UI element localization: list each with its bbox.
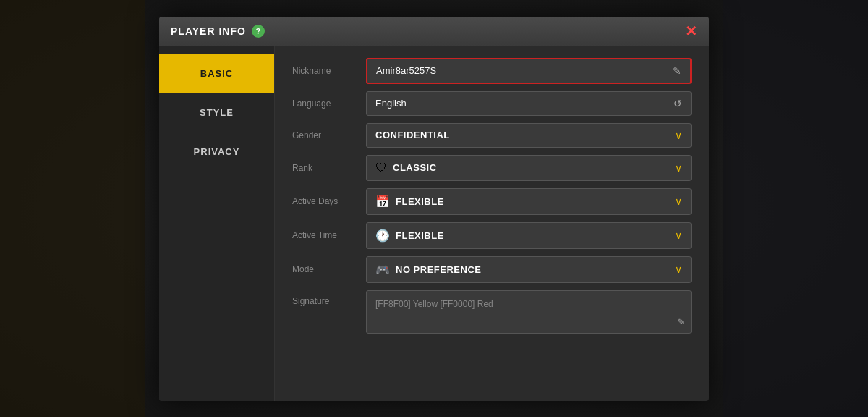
signature-edit-icon[interactable]: ✎ [677,316,685,327]
nickname-field[interactable]: Amir8ar5257S ✎ [366,58,692,84]
gender-label: Gender [292,130,357,140]
active-time-row: Active Time 🕐 FLEXIBLE ∨ [292,222,692,249]
modal-title: PLAYER INFO [171,25,246,37]
mode-label: Mode [292,264,357,274]
signature-control: [FF8F00] Yellow [FF0000] Red ✎ [366,290,692,334]
rank-row: Rank 🛡 CLASSIC ∨ [292,155,692,181]
active-days-chevron-icon: ∨ [675,195,682,207]
mode-value: NO PREFERENCE [396,264,481,275]
modal-header: PLAYER INFO ? ✕ [159,17,709,46]
active-days-icon: 📅 [375,195,390,208]
close-button[interactable]: ✕ [685,24,697,38]
rank-label: Rank [292,163,357,173]
content-area: Nickname Amir8ar5257S ✎ Language English… [275,46,709,401]
refresh-icon[interactable]: ↺ [673,98,682,109]
mode-dropdown-content: 🎮 NO PREFERENCE [375,263,481,277]
signature-value: [FF8F00] Yellow [FF0000] Red [375,299,493,309]
mode-row: Mode 🎮 NO PREFERENCE ∨ [292,256,692,283]
player-info-modal: PLAYER INFO ? ✕ BASIC STYLE PRIVACY Nick… [159,17,709,401]
bg-blur-left [0,0,145,417]
modal-body: BASIC STYLE PRIVACY Nickname Amir8ar5257… [159,46,709,401]
active-time-dropdown-content: 🕐 FLEXIBLE [375,229,444,243]
rank-control: 🛡 CLASSIC ∨ [366,155,692,181]
sidebar: BASIC STYLE PRIVACY [159,46,275,401]
active-days-control: 📅 FLEXIBLE ∨ [366,188,692,215]
mode-icon: 🎮 [375,263,390,277]
active-time-control: 🕐 FLEXIBLE ∨ [366,222,692,249]
mode-control: 🎮 NO PREFERENCE ∨ [366,256,692,283]
modal-title-area: PLAYER INFO ? [171,25,265,38]
gender-row: Gender CONFIDENTIAL ∨ [292,123,692,148]
gender-dropdown-content: CONFIDENTIAL [375,130,450,140]
gender-chevron-icon: ∨ [675,130,682,141]
signature-label: Signature [292,290,357,306]
nickname-edit-icon[interactable]: ✎ [673,65,681,77]
rank-chevron-icon: ∨ [675,162,682,174]
language-row: Language English ↺ [292,91,692,116]
sidebar-label-privacy: PRIVACY [194,146,240,157]
sidebar-item-style[interactable]: STYLE [159,93,274,132]
rank-value: CLASSIC [393,162,437,173]
active-days-dropdown[interactable]: 📅 FLEXIBLE ∨ [366,188,692,215]
active-time-chevron-icon: ∨ [675,229,682,241]
sidebar-label-style: STYLE [200,107,234,118]
language-value: English [375,98,407,109]
bg-blur-right [723,0,868,417]
mode-dropdown[interactable]: 🎮 NO PREFERENCE ∨ [366,256,692,283]
help-icon[interactable]: ? [252,25,265,38]
gender-control: CONFIDENTIAL ∨ [366,123,692,148]
active-time-dropdown[interactable]: 🕐 FLEXIBLE ∨ [366,222,692,249]
sidebar-item-privacy[interactable]: PRIVACY [159,132,274,171]
active-days-value: FLEXIBLE [396,196,444,207]
active-days-row: Active Days 📅 FLEXIBLE ∨ [292,188,692,215]
nickname-row: Nickname Amir8ar5257S ✎ [292,58,692,84]
language-field[interactable]: English ↺ [366,91,692,116]
nickname-value: Amir8ar5257S [376,65,436,76]
nickname-label: Nickname [292,66,357,76]
active-days-label: Active Days [292,196,357,206]
rank-dropdown-content: 🛡 CLASSIC [375,161,437,174]
sidebar-label-basic: BASIC [200,68,233,79]
nickname-control: Amir8ar5257S ✎ [366,58,692,84]
active-time-label: Active Time [292,230,357,240]
language-control: English ↺ [366,91,692,116]
language-label: Language [292,98,357,109]
active-time-icon: 🕐 [375,229,390,243]
active-time-value: FLEXIBLE [396,230,444,241]
rank-icon: 🛡 [375,161,387,174]
rank-dropdown[interactable]: 🛡 CLASSIC ∨ [366,155,692,181]
gender-dropdown[interactable]: CONFIDENTIAL ∨ [366,123,692,148]
active-days-dropdown-content: 📅 FLEXIBLE [375,195,444,208]
sidebar-item-basic[interactable]: BASIC [159,54,274,93]
signature-row: Signature [FF8F00] Yellow [FF0000] Red ✎ [292,290,692,334]
gender-value: CONFIDENTIAL [375,130,450,140]
signature-field[interactable]: [FF8F00] Yellow [FF0000] Red ✎ [366,290,692,334]
mode-chevron-icon: ∨ [675,264,682,275]
